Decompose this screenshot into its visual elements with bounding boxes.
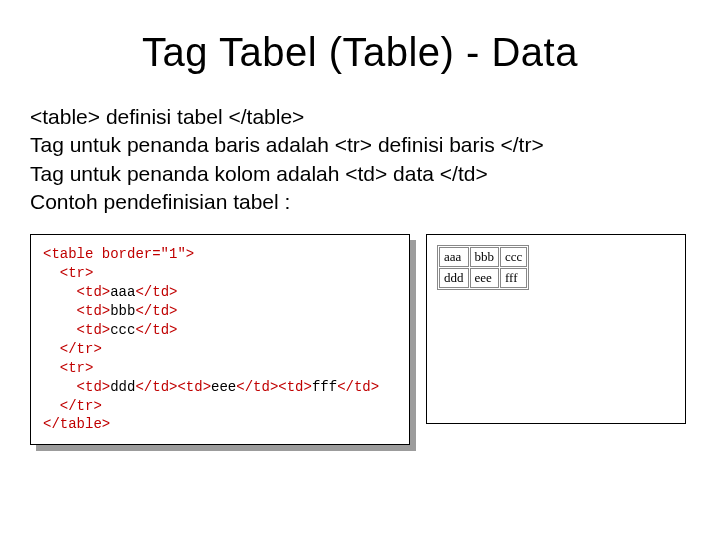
code-line: <table border="1"> xyxy=(43,246,194,262)
rendered-table: aaa bbb ccc ddd eee fff xyxy=(437,245,529,290)
code-line: <td> xyxy=(43,379,110,395)
cell: eee xyxy=(470,268,500,288)
code-line: </td><td> xyxy=(236,379,312,395)
code-line: </td> xyxy=(135,284,177,300)
code-text: eee xyxy=(211,379,236,395)
rendered-output-box: aaa bbb ccc ddd eee fff xyxy=(426,234,686,424)
slide-title: Tag Tabel (Table) - Data xyxy=(30,30,690,75)
code-line: </tr> xyxy=(43,341,102,357)
code-example-box: <table border="1"> <tr> <td>aaa</td> <td… xyxy=(30,234,410,445)
cell: ccc xyxy=(500,247,527,267)
code-text: fff xyxy=(312,379,337,395)
code-line: <td> xyxy=(43,303,110,319)
description: <table> definisi tabel </table> Tag untu… xyxy=(30,103,690,216)
cell: bbb xyxy=(470,247,500,267)
code-line: </td> xyxy=(337,379,379,395)
code-text: ddd xyxy=(110,379,135,395)
cell: ddd xyxy=(439,268,469,288)
code-line: </tr> xyxy=(43,398,102,414)
desc-line-4: Contoh pendefinisian tabel : xyxy=(30,188,690,216)
desc-line-1: <table> definisi tabel </table> xyxy=(30,103,690,131)
code-text: bbb xyxy=(110,303,135,319)
code-line: <td> xyxy=(43,284,110,300)
table-row: aaa bbb ccc xyxy=(439,247,527,267)
code-example: <table border="1"> <tr> <td>aaa</td> <td… xyxy=(30,234,410,445)
code-line: <tr> xyxy=(43,360,93,376)
code-text: ccc xyxy=(110,322,135,338)
desc-line-2: Tag untuk penanda baris adalah <tr> defi… xyxy=(30,131,690,159)
cell: fff xyxy=(500,268,527,288)
code-line: </td><td> xyxy=(135,379,211,395)
code-text: aaa xyxy=(110,284,135,300)
desc-line-3: Tag untuk penanda kolom adalah <td> data… xyxy=(30,160,690,188)
code-line: <tr> xyxy=(43,265,93,281)
code-line: <td> xyxy=(43,322,110,338)
table-row: ddd eee fff xyxy=(439,268,527,288)
cell: aaa xyxy=(439,247,469,267)
code-line: </table> xyxy=(43,416,110,432)
code-line: </td> xyxy=(135,322,177,338)
code-line: </td> xyxy=(135,303,177,319)
